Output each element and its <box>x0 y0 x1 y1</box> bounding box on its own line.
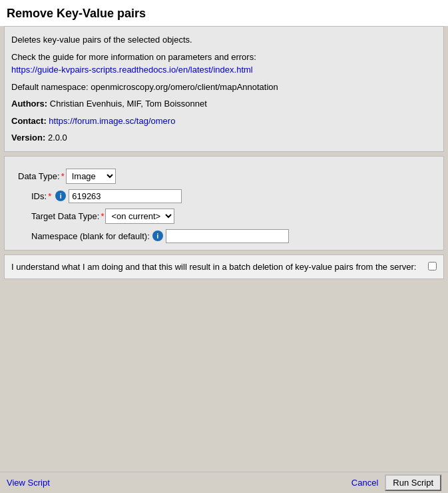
description-box: Deletes key-value pairs of the selected … <box>4 26 444 152</box>
confirmation-checkbox[interactable] <box>428 262 437 270</box>
description-line3: Default namespace: openmicroscopy.org/om… <box>11 81 437 94</box>
page-title: Remove Key-Value pairs <box>0 0 448 26</box>
namespace-input[interactable] <box>166 229 289 243</box>
namespace-info-icon[interactable]: i <box>152 231 163 241</box>
footer-right: Cancel Run Script <box>349 474 441 491</box>
data-type-label: Data Type: <box>18 171 60 181</box>
version-line: Version: 2.0.0 <box>11 131 437 145</box>
description-line2-text: Check the guide for more information on … <box>11 52 256 62</box>
authors-value: Christian Evenhuis, MIF, Tom Boissonnet <box>47 99 207 109</box>
guide-link[interactable]: https://guide-kvpairs-scripts.readthedoc… <box>11 65 253 75</box>
params-box: Data Type: * Image Dataset Project Plate… <box>4 156 444 250</box>
run-script-button[interactable]: Run Script <box>385 474 441 491</box>
ids-input[interactable] <box>69 189 182 203</box>
contact-link[interactable]: https://forum.image.sc/tag/omero <box>49 116 175 126</box>
ids-label: IDs: <box>31 191 47 201</box>
target-data-type-required: * <box>101 211 104 221</box>
target-data-type-label: Target Data Type: <box>31 211 99 221</box>
contact-label: Contact: <box>11 116 47 126</box>
contact-line: Contact: https://forum.image.sc/tag/omer… <box>11 115 437 128</box>
authors-line: Authors: Christian Evenhuis, MIF, Tom Bo… <box>11 97 437 111</box>
data-type-required: * <box>61 171 65 181</box>
ids-row: IDs: * i <box>31 189 437 203</box>
data-type-row: Data Type: * Image Dataset Project Plate… <box>11 163 437 189</box>
version-value: 2.0.0 <box>45 133 67 143</box>
ids-required: * <box>48 191 51 201</box>
indented-params: IDs: * i Target Data Type: * <on current… <box>11 189 437 243</box>
description-line2: Check the guide for more information on … <box>11 51 437 77</box>
footer: View Script Cancel Run Script <box>0 472 448 493</box>
target-data-type-row: Target Data Type: * <on current> Image D… <box>31 209 437 224</box>
footer-left: View Script <box>7 478 50 488</box>
version-label: Version: <box>11 133 45 143</box>
description-line1: Deletes key-value pairs of the selected … <box>11 33 437 47</box>
namespace-row: Namespace (blank for default): i <box>31 229 437 243</box>
cancel-button[interactable]: Cancel <box>349 476 381 489</box>
data-type-select[interactable]: Image Dataset Project Plate Well Screen <box>66 169 116 184</box>
confirmation-row: I understand what I am doing and that th… <box>4 254 444 280</box>
ids-info-icon[interactable]: i <box>55 191 66 201</box>
view-script-link[interactable]: View Script <box>7 478 50 488</box>
authors-label: Authors: <box>11 99 47 109</box>
namespace-label: Namespace (blank for default): <box>31 231 150 241</box>
main-content: Remove Key-Value pairs Deletes key-value… <box>0 0 448 493</box>
confirmation-text: I understand what I am doing and that th… <box>11 260 424 274</box>
target-data-type-select[interactable]: <on current> Image Dataset Project <box>105 209 174 224</box>
